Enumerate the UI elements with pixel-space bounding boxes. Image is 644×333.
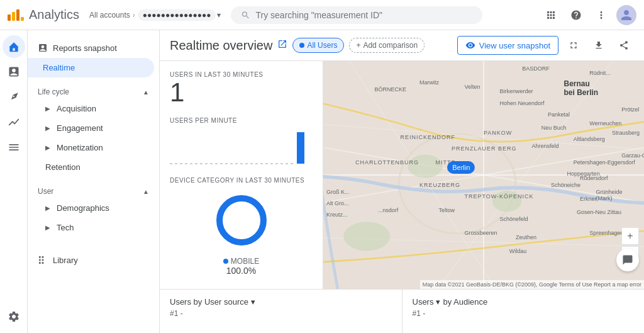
svg-point-14 [343, 222, 390, 251]
sidebar-user-header[interactable]: User ▲ [28, 177, 159, 198]
mobile-percentage: 100.0% [226, 266, 256, 276]
users-30min-card: USERS IN LAST 30 MINUTES 1 [170, 71, 313, 107]
donut-legend: MOBILE [223, 257, 259, 266]
svg-rect-1 [297, 132, 304, 164]
user-label: User [38, 187, 53, 196]
tech-label: Tech [57, 223, 74, 232]
account-breadcrumb: All accounts › ●●●●●●●●●●●●●●● ▾ [89, 9, 221, 21]
sidebar-tech[interactable]: ▶ Tech [28, 218, 159, 237]
device-category-label: DEVICE CATEGORY IN LAST 30 MINUTES [170, 177, 313, 184]
library-label: Library [53, 256, 78, 265]
users-per-min-card: USERS PER MINUTE [170, 117, 313, 167]
donut-svg [210, 189, 273, 252]
sidebar-realtime[interactable]: Realtime [28, 58, 154, 77]
app-title: Analytics [29, 8, 79, 22]
bottom-left-row: #1 - [170, 309, 392, 318]
sparkline [170, 129, 313, 167]
library-icon [38, 255, 48, 265]
sidebar-icon-explore[interactable] [3, 86, 25, 108]
map-area: BASDORF Rüdnit... Marwitz Velten BÖRNECK… [323, 61, 644, 289]
bottom-left-panel: Users by User source ▾ #1 - [160, 290, 402, 333]
lifecycle-chevron-icon: ▲ [143, 89, 149, 96]
filter-pills: All Users + Add comparison [292, 38, 425, 53]
all-users-pill[interactable]: All Users [292, 38, 344, 53]
search-icon [241, 10, 250, 20]
bottom-left-title: Users by User source ▾ [170, 297, 392, 307]
monetization-expand-icon: ▶ [45, 144, 50, 151]
monetization-label: Monetization [57, 143, 103, 152]
demographics-label: Demographics [57, 203, 109, 213]
export-button[interactable] [589, 35, 609, 55]
map-zoom-in-button[interactable]: + [621, 227, 639, 245]
berlin-map-pin[interactable]: Berlin [447, 161, 475, 174]
header-actions: View user snapshot [457, 35, 634, 55]
logo-bar-3 [16, 9, 19, 21]
retention-label: Retention [45, 162, 80, 172]
snapshot-btn-icon [465, 40, 475, 50]
pill-dot [299, 43, 304, 48]
user-chevron-icon: ▲ [143, 188, 149, 195]
sidebar-icon-settings[interactable] [3, 305, 25, 328]
users-per-min-label: USERS PER MINUTE [170, 117, 313, 124]
lifecycle-label: Life cycle [38, 87, 69, 96]
add-comparison-pill[interactable]: + Add comparison [349, 38, 425, 53]
donut-chart: MOBILE 100.0% [170, 189, 313, 276]
mobile-label: MOBILE [231, 257, 259, 266]
share-button[interactable] [614, 35, 634, 55]
all-accounts-label[interactable]: All accounts [89, 11, 130, 20]
svg-point-13 [492, 191, 521, 212]
sidebar-icon-advertising[interactable] [3, 111, 25, 133]
sidebar-icon-reports[interactable] [3, 60, 25, 83]
more-options-button[interactable] [591, 5, 611, 25]
add-icon: + [356, 41, 360, 50]
bottom-right-row: #1 - [413, 309, 635, 318]
realtime-label: Realtime [43, 63, 75, 72]
users-label: Users [413, 297, 434, 307]
svg-point-7 [399, 134, 516, 234]
sidebar-engagement[interactable]: ▶ Engagement [28, 118, 159, 138]
top-nav: Analytics All accounts › ●●●●●●●●●●●●●●●… [0, 0, 644, 30]
logo-bar-1 [8, 14, 11, 21]
view-snapshot-button[interactable]: View user snapshot [457, 36, 558, 55]
sidebar-monetization[interactable]: ▶ Monetization [28, 138, 159, 157]
analytics-logo [8, 9, 24, 21]
users-by-source-label: Users by User source [170, 297, 248, 307]
all-users-label: All Users [307, 41, 337, 50]
realtime-title: Realtime overview [170, 38, 272, 53]
sidebar-library[interactable]: Library [28, 247, 159, 273]
fullscreen-button[interactable] [564, 35, 584, 55]
nav-actions [541, 5, 636, 25]
realtime-link-icon[interactable] [277, 39, 287, 52]
user-avatar[interactable] [616, 5, 636, 25]
engagement-expand-icon: ▶ [45, 125, 50, 132]
sparkline-svg [170, 129, 308, 167]
sidebar-icon-configure[interactable] [3, 136, 25, 159]
acquisition-label: Acquisition [57, 104, 96, 113]
sidebar-retention[interactable]: Retention [28, 157, 159, 177]
logo-bar-4 [21, 17, 24, 21]
account-dropdown-icon[interactable]: ▾ [217, 11, 221, 20]
mobile-dot [223, 259, 228, 264]
acquisition-expand-icon: ▶ [45, 105, 50, 112]
sidebar-snapshot[interactable]: Reports snapshot [28, 35, 159, 58]
sidebar-lifecycle-header[interactable]: Life cycle ▲ [28, 77, 159, 99]
engagement-label: Engagement [57, 123, 103, 133]
sidebar-acquisition[interactable]: ▶ Acquisition [28, 99, 159, 118]
tech-expand-icon: ▶ [45, 224, 50, 231]
map-stats-row: USERS IN LAST 30 MINUTES 1 USERS PER MIN… [160, 61, 644, 289]
bottom-right-panel: Users ▾ by Audience #1 - [402, 290, 645, 333]
users-30min-label: USERS IN LAST 30 MINUTES [170, 71, 313, 78]
help-button[interactable] [566, 5, 586, 25]
sidebar-demographics[interactable]: ▶ Demographics [28, 198, 159, 218]
content-area: Realtime overview All Users + Add compar… [160, 30, 644, 333]
sidebar-icon-home[interactable] [3, 35, 25, 58]
account-name: ●●●●●●●●●●●●●●● [138, 9, 216, 21]
apps-button[interactable] [541, 5, 561, 25]
users-source-dropdown-icon[interactable]: ▾ [251, 297, 255, 307]
users-dropdown-icon[interactable]: ▾ [436, 297, 440, 307]
logo-bar-2 [12, 12, 15, 21]
main-layout: Reports snapshot Realtime Life cycle ▲ ▶… [0, 30, 644, 333]
search-input[interactable] [255, 10, 472, 20]
map-chat-button[interactable] [616, 249, 639, 271]
search-bar[interactable] [231, 6, 482, 24]
